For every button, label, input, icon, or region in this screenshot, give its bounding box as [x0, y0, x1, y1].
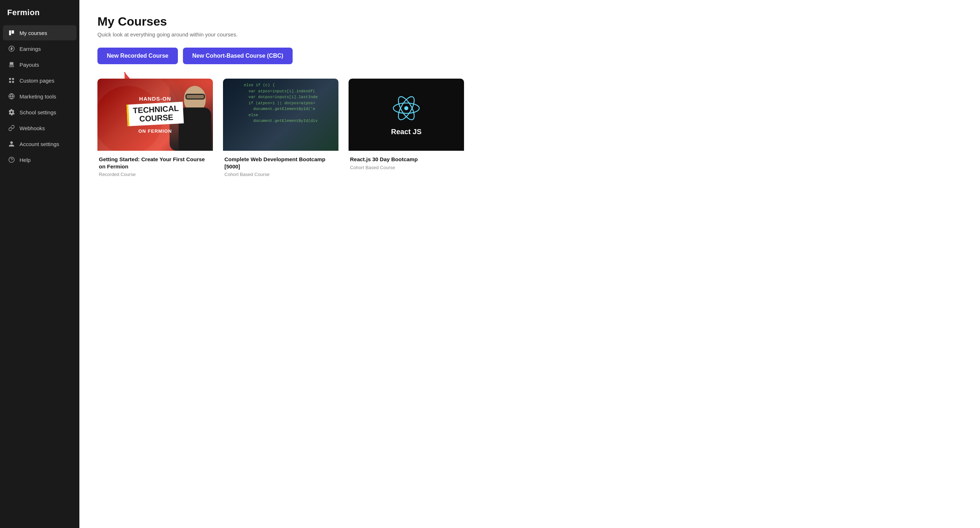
svg-point-15: [404, 106, 408, 110]
sidebar-item-my-courses[interactable]: My courses: [3, 25, 76, 40]
grid-icon: [8, 77, 15, 84]
course-thumbnail-3: React JS: [348, 79, 464, 151]
sidebar-item-marketing-tools[interactable]: Marketing tools: [3, 89, 76, 104]
sidebar-nav: My courses Earnings Payouts: [0, 24, 80, 528]
sidebar-item-webhooks[interactable]: Webhooks: [3, 121, 76, 136]
globe-icon: [8, 93, 15, 100]
new-recorded-course-button[interactable]: New Recorded Course: [97, 48, 178, 64]
sidebar-item-account-settings[interactable]: Account settings: [3, 136, 76, 151]
sidebar-item-label: Webhooks: [19, 125, 45, 131]
sidebar: Fermion My courses Earnings: [0, 0, 80, 528]
course-card-3[interactable]: React JS React.js 30 Day Bootcamp Cohort…: [348, 79, 464, 179]
action-buttons: New Recorded Course New Cohort-Based Cou…: [97, 48, 962, 64]
person-icon: [8, 140, 15, 147]
page-subtitle: Quick look at everything going around wi…: [97, 32, 962, 38]
sidebar-item-earnings[interactable]: Earnings: [3, 41, 76, 56]
page-title: My Courses: [97, 14, 962, 29]
book-icon: [8, 29, 15, 36]
course-name-1: Getting Started: Create Your First Cours…: [99, 156, 212, 170]
thumb-text-handson: HANDS-ON: [127, 95, 183, 102]
sidebar-item-label: Payouts: [19, 62, 39, 68]
react-label: React JS: [391, 128, 422, 136]
course-info-1: Getting Started: Create Your First Cours…: [97, 151, 213, 179]
gear-icon: [8, 109, 15, 116]
course-type-1: Recorded Course: [99, 172, 212, 177]
course-card-2[interactable]: else if (c) { var atpos=inputs[i].indexO…: [223, 79, 339, 179]
sidebar-item-label: School settings: [19, 109, 56, 116]
course-type-3: Cohort Based Course: [350, 165, 463, 170]
course-card-1[interactable]: HANDS-ON TECHNICALCOURSE ON FERMION Gett…: [97, 79, 213, 179]
svg-rect-6: [12, 81, 14, 83]
sidebar-item-label: Custom pages: [19, 78, 54, 84]
new-cbc-button[interactable]: New Cohort-Based Course (CBC): [183, 48, 293, 64]
bank-icon: [8, 61, 15, 68]
react-logo-icon: [392, 94, 421, 123]
dollar-icon: [8, 45, 15, 52]
course-info-2: Complete Web Development Bootcamp [5000]…: [223, 151, 339, 179]
course-name-2: Complete Web Development Bootcamp [5000]: [224, 156, 337, 170]
thumb-text-sub: ON FERMION: [127, 128, 183, 134]
main-content: My Courses Quick look at everything goin…: [80, 0, 980, 528]
svg-rect-0: [9, 30, 11, 35]
sidebar-item-label: My courses: [19, 30, 47, 36]
courses-grid: HANDS-ON TECHNICALCOURSE ON FERMION Gett…: [97, 79, 962, 179]
course-thumbnail-1: HANDS-ON TECHNICALCOURSE ON FERMION: [97, 79, 213, 151]
course-type-2: Cohort Based Course: [224, 172, 337, 177]
svg-rect-1: [11, 30, 14, 33]
sidebar-item-label: Help: [19, 157, 31, 163]
sidebar-item-custom-pages[interactable]: Custom pages: [3, 73, 76, 88]
question-icon: [8, 156, 15, 163]
course-thumbnail-2: else if (c) { var atpos=inputs[i].indexO…: [223, 79, 339, 151]
code-snippet: else if (c) { var atpos=inputs[i].indexO…: [244, 82, 318, 124]
course-name-3: React.js 30 Day Bootcamp: [350, 156, 463, 163]
thumb-text-main: TECHNICALCOURSE: [126, 102, 184, 126]
sidebar-item-payouts[interactable]: Payouts: [3, 57, 76, 72]
course-info-3: React.js 30 Day Bootcamp Cohort Based Co…: [348, 151, 464, 173]
sidebar-item-label: Account settings: [19, 141, 59, 147]
svg-rect-3: [9, 78, 11, 80]
sidebar-item-help[interactable]: Help: [3, 152, 76, 167]
app-logo: Fermion: [0, 0, 80, 24]
svg-rect-4: [12, 78, 14, 80]
sidebar-item-label: Marketing tools: [19, 94, 56, 100]
sidebar-item-label: Earnings: [19, 46, 41, 52]
sidebar-item-school-settings[interactable]: School settings: [3, 105, 76, 120]
link-icon: [8, 124, 15, 132]
svg-rect-5: [9, 81, 11, 83]
